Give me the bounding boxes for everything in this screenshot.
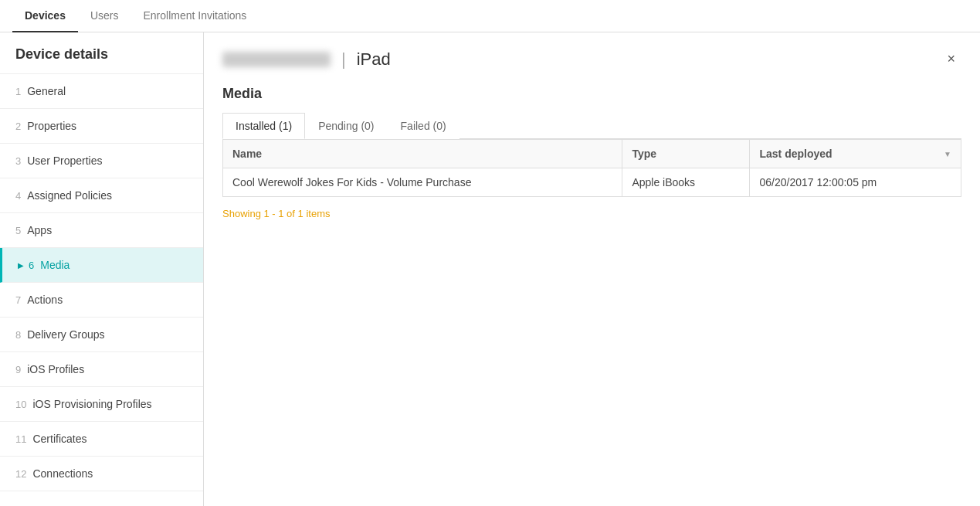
tab-devices[interactable]: Devices — [12, 0, 78, 32]
sidebar-item-ios-provisioning-profiles[interactable]: 10iOS Provisioning Profiles — [0, 387, 203, 422]
sidebar-item-apps[interactable]: 5Apps — [0, 213, 203, 248]
sidebar-item-connections[interactable]: 12Connections — [0, 457, 203, 491]
tab-enrollment[interactable]: Enrollment Invitations — [131, 0, 259, 32]
media-tabs: Installed (1) Pending (0) Failed (0) — [222, 113, 961, 139]
sidebar-item-user-properties[interactable]: 3User Properties — [0, 144, 203, 178]
top-navigation: Devices Users Enrollment Invitations — [0, 0, 980, 32]
cell-name: Cool Werewolf Jokes For Kids - Volume Pu… — [223, 168, 622, 197]
col-last-deployed[interactable]: Last deployed ▼ — [750, 140, 961, 168]
main-layout: Device details 1General2Properties3User … — [0, 32, 980, 506]
tab-installed[interactable]: Installed (1) — [222, 113, 305, 139]
col-type: Type — [622, 140, 750, 168]
sidebar-item-assigned-policies[interactable]: 4Assigned Policies — [0, 178, 203, 213]
device-type: iPad — [357, 49, 391, 70]
close-button[interactable]: × — [941, 48, 961, 70]
sidebar: Device details 1General2Properties3User … — [0, 32, 204, 506]
sidebar-item-actions[interactable]: 7Actions — [0, 283, 203, 318]
sort-icon: ▼ — [944, 150, 951, 158]
section-title: Media — [222, 86, 961, 102]
cell-last-deployed: 06/20/2017 12:00:05 pm — [750, 168, 961, 197]
tab-failed[interactable]: Failed (0) — [388, 113, 459, 139]
pagination-suffix: items — [303, 208, 331, 219]
sidebar-item-delivery-groups[interactable]: 8Delivery Groups — [0, 318, 203, 352]
pagination: Showing 1 - 1 of 1 items — [222, 208, 961, 219]
pagination-of: of — [284, 208, 298, 219]
active-arrow: ▶ — [18, 261, 24, 270]
table-row: Cool Werewolf Jokes For Kids - Volume Pu… — [223, 168, 961, 197]
tab-users[interactable]: Users — [78, 0, 131, 32]
pagination-range: 1 - 1 — [263, 208, 283, 219]
sidebar-item-certificates[interactable]: 11Certificates — [0, 422, 203, 457]
device-name-blurred — [222, 52, 331, 67]
cell-type: Apple iBooks — [622, 168, 750, 197]
content-area: | iPad × Media Installed (1) Pending (0)… — [204, 32, 980, 506]
tab-pending[interactable]: Pending (0) — [305, 113, 387, 139]
sidebar-item-ios-profiles[interactable]: 9iOS Profiles — [0, 352, 203, 387]
device-title: | iPad — [222, 49, 391, 70]
media-table: Name Type Last deployed ▼ Cool Werewolf … — [222, 139, 961, 197]
sidebar-item-properties[interactable]: 2Properties — [0, 109, 203, 144]
sidebar-title: Device details — [0, 32, 203, 74]
device-header: | iPad × — [222, 48, 961, 70]
sidebar-item-media[interactable]: ▶6Media — [0, 248, 203, 283]
pagination-total: 1 — [298, 208, 303, 219]
sidebar-item-general[interactable]: 1General — [0, 74, 203, 109]
col-name: Name — [223, 140, 622, 168]
pagination-prefix: Showing — [222, 208, 263, 219]
